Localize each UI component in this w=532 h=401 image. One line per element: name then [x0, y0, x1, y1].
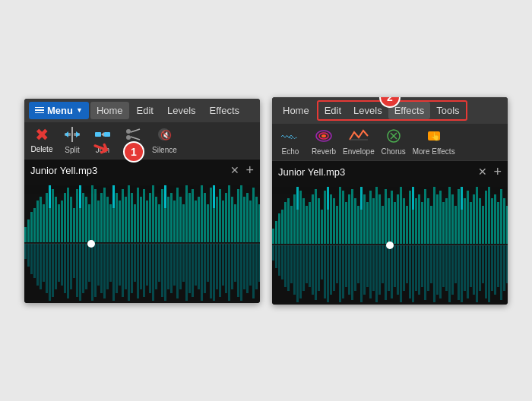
svg-rect-152 [185, 244, 188, 301]
svg-rect-78 [216, 197, 218, 242]
svg-rect-302 [357, 245, 359, 283]
svg-rect-153 [188, 244, 191, 293]
svg-text:〰: 〰 [289, 134, 297, 143]
track-label-bar-2: Junior Yell.mp3 ✕ + [272, 160, 508, 183]
svg-rect-47 [122, 189, 124, 242]
svg-rect-246 [442, 202, 445, 244]
chorus-button[interactable]: Chorus [377, 127, 410, 157]
menu-button[interactable]: Menu ▼ [29, 102, 89, 119]
svg-rect-34 [82, 193, 84, 242]
svg-rect-37 [91, 185, 93, 242]
svg-rect-70 [192, 189, 194, 242]
svg-rect-310 [382, 245, 384, 283]
track-close-1[interactable]: ✕ [230, 164, 239, 176]
svg-rect-231 [397, 194, 399, 244]
svg-rect-264 [497, 202, 499, 244]
svg-rect-154 [192, 244, 194, 297]
svg-rect-161 [213, 244, 215, 301]
svg-rect-96 [164, 185, 166, 208]
svg-rect-118 [82, 244, 84, 293]
main-container: 1 ➜ Menu ▼ Home Edit Levels Effects [0, 0, 532, 401]
svg-rect-213 [342, 191, 344, 244]
more-effects-button[interactable]: 👆 More Effects [410, 127, 458, 157]
svg-rect-110 [58, 244, 60, 282]
svg-rect-266 [503, 198, 505, 244]
tab-home-2[interactable]: Home [277, 102, 315, 119]
svg-rect-66 [179, 197, 182, 242]
svg-rect-341 [476, 245, 478, 302]
svg-rect-228 [388, 198, 390, 244]
svg-rect-63 [170, 193, 173, 242]
svg-rect-20 [40, 197, 42, 242]
svg-rect-292 [327, 245, 329, 302]
svg-rect-83 [231, 197, 233, 242]
svg-marker-4 [76, 131, 80, 137]
step-1-circle: 1 [123, 141, 144, 163]
svg-text:🔇: 🔇 [160, 129, 172, 141]
svg-rect-82 [228, 185, 230, 242]
svg-rect-113 [67, 244, 69, 298]
tab-effects-1[interactable]: Effects [204, 102, 246, 119]
tab-edit-1[interactable]: Edit [131, 102, 160, 119]
svg-rect-85 [237, 189, 239, 242]
svg-rect-200 [302, 198, 305, 244]
svg-point-8 [126, 129, 131, 134]
reverb-button[interactable]: Reverb [307, 127, 340, 157]
split-button[interactable]: Split [58, 125, 87, 156]
svg-rect-314 [394, 245, 396, 287]
svg-rect-316 [400, 245, 402, 302]
svg-point-352 [386, 242, 394, 249]
svg-rect-87 [243, 197, 245, 242]
track-add-1[interactable]: + [245, 163, 254, 178]
svg-rect-166 [228, 244, 230, 301]
svg-rect-270 [360, 187, 363, 210]
silence-button[interactable]: 🔇 Silence [149, 125, 180, 156]
svg-rect-149 [176, 244, 179, 298]
svg-rect-24 [52, 189, 54, 242]
svg-rect-28 [64, 193, 66, 242]
track-close-2[interactable]: ✕ [478, 166, 487, 178]
svg-rect-100 [27, 244, 30, 267]
svg-rect-60 [161, 189, 163, 242]
svg-rect-46 [119, 200, 121, 242]
svg-rect-296 [339, 245, 341, 302]
echo-button[interactable]: 〰〰 Echo [274, 127, 307, 157]
svg-rect-127 [109, 244, 112, 282]
tab-edit-2[interactable]: Edit [318, 102, 347, 119]
svg-rect-240 [424, 189, 426, 244]
track-add-2[interactable]: + [493, 164, 502, 180]
svg-rect-145 [164, 244, 166, 301]
svg-rect-40 [100, 193, 103, 242]
svg-rect-43 [109, 204, 112, 242]
svg-rect-135 [134, 244, 136, 282]
svg-rect-88 [246, 193, 249, 242]
svg-rect-265 [500, 189, 502, 244]
svg-rect-254 [467, 191, 469, 244]
svg-rect-280 [290, 245, 293, 283]
svg-rect-287 [312, 245, 314, 295]
svg-rect-290 [321, 245, 323, 279]
track-name-1: Junior Yell.mp3 [30, 165, 224, 176]
tab-tools-2[interactable]: Tools [430, 102, 465, 119]
svg-rect-39 [97, 200, 100, 242]
svg-rect-227 [385, 189, 387, 244]
svg-rect-21 [43, 204, 45, 242]
svg-rect-159 [207, 244, 209, 282]
svg-rect-169 [237, 244, 239, 297]
tab-home-1[interactable]: Home [90, 102, 129, 119]
hamburger-icon [35, 107, 44, 114]
svg-rect-160 [210, 244, 212, 298]
delete-button[interactable]: ✖ Delete [27, 125, 56, 155]
svg-rect-222 [369, 191, 372, 244]
svg-rect-313 [391, 245, 393, 298]
svg-rect-322 [418, 245, 420, 295]
svg-rect-337 [464, 245, 466, 291]
svg-rect-338 [467, 245, 469, 298]
envelope-button[interactable]: Envelope [340, 127, 377, 157]
svg-rect-237 [415, 198, 417, 244]
svg-rect-209 [330, 194, 332, 244]
tab-levels-1[interactable]: Levels [161, 102, 202, 119]
svg-rect-309 [378, 245, 381, 295]
reverb-icon [315, 128, 333, 146]
svg-rect-89 [249, 200, 252, 242]
